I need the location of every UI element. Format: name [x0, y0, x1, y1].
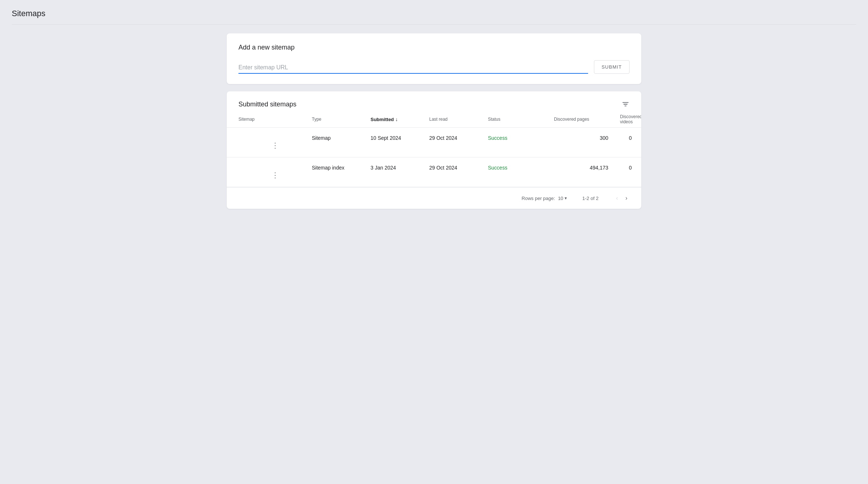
submit-button[interactable]: SUBMIT — [594, 60, 630, 74]
add-sitemap-card: Add a new sitemap SUBMIT — [227, 33, 641, 84]
submitted-sitemaps-title: Submitted sitemaps — [238, 101, 296, 108]
col-type: Type — [312, 114, 371, 124]
table-header: Submitted sitemaps — [227, 91, 641, 108]
cell-status-1: Success — [488, 135, 554, 141]
next-page-button[interactable]: › — [623, 193, 630, 203]
rows-per-page-select[interactable]: 10 ▾ — [558, 196, 567, 201]
row-menu-button-1[interactable]: ⋮ — [238, 141, 312, 150]
rows-per-page-label: Rows per page: — [522, 196, 555, 201]
rows-dropdown-icon: ▾ — [565, 196, 567, 201]
cell-submitted-2: 3 Jan 2024 — [371, 165, 429, 171]
rows-per-page-value: 10 — [558, 196, 563, 201]
cell-last-read-1: 29 Oct 2024 — [429, 135, 488, 141]
cell-last-read-2: 29 Oct 2024 — [429, 165, 488, 171]
title-divider — [12, 24, 856, 25]
col-discovered-videos: Discovered videos — [620, 114, 635, 124]
cell-type-1: Sitemap — [312, 135, 371, 141]
table-row: Sitemap 10 Sept 2024 29 Oct 2024 Success… — [227, 128, 641, 157]
table-row: Sitemap index 3 Jan 2024 29 Oct 2024 Suc… — [227, 157, 641, 187]
row-menu-button-2[interactable]: ⋮ — [238, 171, 312, 179]
col-submitted[interactable]: Submitted ↓ — [371, 114, 429, 124]
sitemap-url-input[interactable] — [238, 62, 588, 73]
cell-submitted-1: 10 Sept 2024 — [371, 135, 429, 141]
svg-rect-0 — [623, 102, 629, 103]
previous-page-button[interactable]: ‹ — [614, 193, 620, 203]
add-sitemap-title: Add a new sitemap — [238, 44, 630, 51]
col-status: Status — [488, 114, 554, 124]
col-sitemap: Sitemap — [238, 114, 312, 124]
cell-status-2: Success — [488, 165, 554, 171]
column-headers: Sitemap Type Submitted ↓ Last read Statu… — [227, 108, 641, 127]
submitted-sitemaps-card: Submitted sitemaps Sitemap Type Submitte… — [227, 91, 641, 209]
pagination-range: 1-2 of 2 — [576, 196, 605, 201]
rows-per-page-section: Rows per page: 10 ▾ — [522, 196, 567, 201]
cell-discovered-pages-2: 494,173 — [554, 165, 620, 171]
filter-icon[interactable] — [621, 100, 630, 108]
svg-rect-2 — [624, 106, 627, 106]
sort-arrow-icon: ↓ — [395, 116, 398, 122]
cell-discovered-videos-1: 0 — [620, 135, 635, 141]
col-discovered-pages: Discovered pages — [554, 114, 620, 124]
sitemap-input-row: SUBMIT — [238, 60, 630, 74]
cell-type-2: Sitemap index — [312, 165, 371, 171]
svg-rect-1 — [624, 104, 628, 105]
cell-discovered-pages-1: 300 — [554, 135, 620, 141]
col-last-read: Last read — [429, 114, 488, 124]
cell-discovered-videos-2: 0 — [620, 165, 635, 171]
pagination-navigation: ‹ › — [614, 193, 630, 203]
page-title: Sitemaps — [12, 9, 856, 18]
pagination-row: Rows per page: 10 ▾ 1-2 of 2 ‹ › — [227, 187, 641, 209]
sitemap-input-wrap — [238, 62, 588, 74]
